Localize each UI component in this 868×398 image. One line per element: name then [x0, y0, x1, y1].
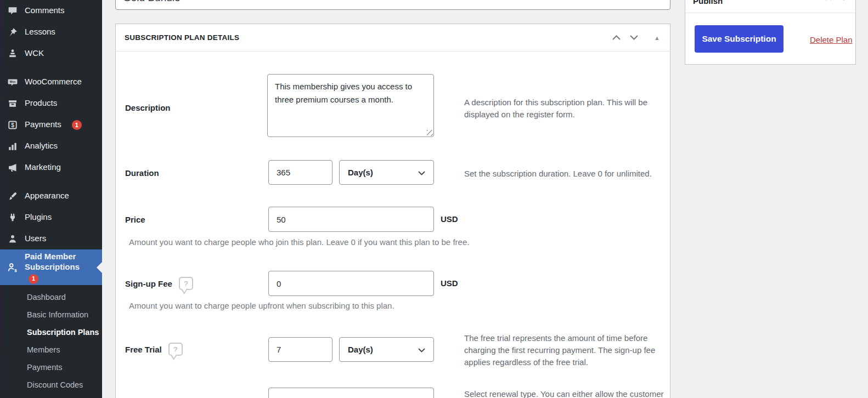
sidebar-item-lessons[interactable]: Lessons — [0, 21, 102, 43]
sidebar-item-label: Appearance — [25, 191, 69, 201]
plugins-icon — [7, 212, 18, 223]
pms-icon: $ — [7, 262, 18, 273]
move-up-icon[interactable] — [610, 32, 622, 44]
duration-unit-select[interactable]: Day(s) — [339, 160, 434, 185]
signup-fee-label: Sign-up Fee ? — [125, 276, 193, 291]
sidebar-item-label: WooCommerce — [25, 77, 82, 87]
menu-separator — [0, 64, 102, 71]
appearance-icon — [7, 191, 18, 202]
sidebar-item-label: Paid Member Subscriptions 1 — [25, 252, 89, 283]
sidebar-item-label: WCK — [25, 48, 44, 59]
sidebar-item-appearance[interactable]: Appearance — [0, 185, 102, 207]
submenu-item-label: Subscription Plans — [27, 328, 99, 337]
notification-badge: 1 — [72, 120, 82, 130]
panel-header: SUBSCRIPTION PLAN DETAILS ▲ — [116, 24, 670, 52]
sidebar-item-label: Analytics — [25, 141, 58, 151]
help-tooltip-icon[interactable]: ? — [168, 343, 183, 356]
sidebar-item-analytics[interactable]: Analytics — [0, 135, 102, 157]
sidebar-item-marketing[interactable]: Marketing — [0, 157, 102, 178]
signup-fee-input[interactable] — [268, 271, 434, 296]
woocommerce-icon: Woo — [7, 77, 18, 88]
description-textarea[interactable]: This membership gives you access to thre… — [267, 74, 434, 137]
sidebar-item-plugins[interactable]: Plugins — [0, 207, 102, 228]
save-subscription-button[interactable]: Save Subscription — [695, 25, 784, 53]
comments-icon — [7, 5, 18, 16]
submenu-item-label: Basic Information — [27, 310, 88, 319]
subscription-plan-details-panel: SUBSCRIPTION PLAN DETAILS ▲ Description … — [115, 24, 670, 398]
publish-panel: Publish Save Subscription Delete Plan — [685, 0, 856, 65]
sidebar-item-label: Comments — [25, 5, 65, 16]
admin-menu: CommentsLessonsWCKWooWooCommerceProducts… — [0, 0, 102, 285]
svg-text:Woo: Woo — [10, 80, 16, 83]
submenu-item-members[interactable]: Members — [0, 341, 102, 359]
sidebar-item-label: Users — [25, 234, 46, 244]
help-tooltip-icon[interactable]: ? — [179, 277, 193, 290]
signup-fee-currency: USD — [441, 278, 458, 288]
signup-fee-help: Amount you want to charge people upfront… — [129, 300, 394, 312]
sidebar-item-woocommerce[interactable]: WooWooCommerce — [0, 71, 102, 93]
submenu-item-label: Members — [27, 345, 60, 354]
price-label: Price — [125, 212, 145, 226]
renewal-help: Select renewal type. You can either allo… — [464, 388, 670, 398]
payments-icon: $ — [7, 120, 18, 130]
submenu-item-payments[interactable]: Payments — [0, 359, 102, 376]
publish-title: Publish — [693, 0, 723, 5]
sidebar-item-label: Products — [25, 98, 57, 109]
pushpin-icon — [7, 27, 18, 38]
free-trial-unit-select[interactable]: Day(s) — [339, 337, 434, 362]
price-input[interactable] — [268, 207, 434, 232]
price-help: Amount you want to charge people who joi… — [129, 236, 469, 248]
sidebar-item-paid-member-subscriptions[interactable]: $Paid Member Subscriptions 1 — [0, 249, 102, 285]
svg-text:$: $ — [14, 268, 17, 272]
analytics-icon — [7, 141, 18, 152]
renewal-type-select[interactable] — [268, 388, 434, 398]
duration-label: Duration — [125, 166, 159, 180]
delete-plan-link[interactable]: Delete Plan — [810, 35, 853, 44]
price-currency: USD — [441, 214, 458, 224]
admin-sidebar: CommentsLessonsWCKWooWooCommerceProducts… — [0, 0, 102, 398]
plan-title-input[interactable] — [115, 0, 670, 10]
submenu-item-label: Payments — [27, 363, 62, 372]
pms-submenu: DashboardBasic InformationSubscription P… — [0, 285, 102, 394]
move-down-icon[interactable] — [628, 32, 640, 44]
users-icon — [7, 234, 18, 245]
free-trial-label: Free Trial ? — [125, 342, 183, 356]
sidebar-item-label: Payments — [25, 120, 61, 130]
duration-help: Set the subscription duration. Leave 0 f… — [464, 168, 652, 180]
notification-badge: 1 — [29, 274, 38, 284]
submenu-item-label: Discount Codes — [27, 380, 83, 389]
submenu-item-discount-codes[interactable]: Discount Codes — [0, 376, 102, 394]
sidebar-item-users[interactable]: Users — [0, 228, 102, 249]
panel-title: SUBSCRIPTION PLAN DETAILS — [125, 33, 239, 42]
description-help: A description for this subscription plan… — [464, 96, 657, 121]
submenu-item-subscription-plans[interactable]: Subscription Plans — [0, 323, 102, 341]
resize-handle[interactable] — [427, 130, 433, 136]
publish-header: Publish — [685, 0, 855, 13]
sidebar-item-payments[interactable]: $Payments1 — [0, 114, 102, 135]
sidebar-item-label: Plugins — [25, 212, 52, 223]
sidebar-item-label: Lessons — [25, 27, 55, 37]
marketing-icon — [7, 162, 18, 173]
collapse-toggle-icon[interactable]: ▲ — [654, 35, 660, 41]
free-trial-help: The free trial represents the amount of … — [464, 332, 656, 368]
sidebar-item-comments[interactable]: Comments — [0, 0, 102, 21]
chevron-down-icon — [418, 345, 425, 354]
wck-icon — [7, 48, 18, 59]
sidebar-item-wck[interactable]: WCK — [0, 43, 102, 64]
products-icon — [7, 98, 18, 109]
sidebar-item-products[interactable]: Products — [0, 93, 102, 114]
publish-header-icons — [825, 0, 848, 1]
svg-text:$: $ — [11, 122, 14, 128]
duration-input[interactable] — [268, 160, 332, 185]
chevron-down-icon — [418, 168, 425, 177]
submenu-item-basic-information[interactable]: Basic Information — [0, 306, 102, 323]
free-trial-input[interactable] — [268, 337, 332, 362]
sidebar-item-label: Marketing — [25, 162, 61, 173]
submenu-item-label: Dashboard — [27, 293, 66, 302]
description-label: Description — [125, 100, 171, 115]
menu-separator — [0, 178, 102, 185]
submenu-item-dashboard[interactable]: Dashboard — [0, 288, 102, 306]
